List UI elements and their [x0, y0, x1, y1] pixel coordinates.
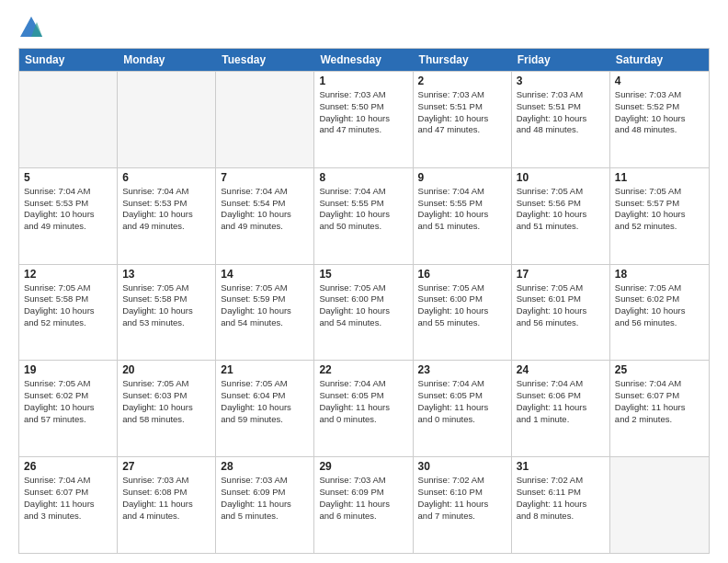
cell-info: Sunrise: 7:03 AM Sunset: 5:52 PM Dayligh… — [615, 89, 704, 136]
day-number: 20 — [122, 363, 210, 376]
calendar-cell: 3Sunrise: 7:03 AM Sunset: 5:51 PM Daylig… — [512, 72, 610, 167]
cell-info: Sunrise: 7:03 AM Sunset: 6:09 PM Dayligh… — [319, 475, 407, 522]
day-number: 28 — [221, 460, 309, 473]
cell-info: Sunrise: 7:05 AM Sunset: 5:58 PM Dayligh… — [122, 282, 210, 329]
header — [18, 15, 710, 40]
day-number: 1 — [319, 75, 407, 87]
cell-info: Sunrise: 7:03 AM Sunset: 6:09 PM Dayligh… — [221, 475, 309, 522]
day-number: 30 — [418, 460, 506, 473]
cell-info: Sunrise: 7:05 AM Sunset: 6:02 PM Dayligh… — [615, 282, 704, 329]
day-number: 2 — [418, 75, 506, 87]
day-number: 27 — [122, 460, 210, 473]
calendar-cell: 10Sunrise: 7:05 AM Sunset: 5:56 PM Dayli… — [512, 168, 610, 264]
day-number: 4 — [615, 75, 704, 87]
day-number: 24 — [517, 363, 605, 376]
day-number: 21 — [221, 363, 309, 376]
cell-info: Sunrise: 7:05 AM Sunset: 6:00 PM Dayligh… — [418, 282, 506, 329]
calendar-cell — [610, 457, 709, 553]
calendar-cell: 5Sunrise: 7:04 AM Sunset: 5:53 PM Daylig… — [19, 168, 118, 264]
cell-info: Sunrise: 7:04 AM Sunset: 5:53 PM Dayligh… — [24, 186, 112, 233]
day-number: 22 — [319, 363, 407, 376]
calendar-cell: 22Sunrise: 7:04 AM Sunset: 6:05 PM Dayli… — [314, 361, 413, 456]
header-day-sunday: Sunday — [19, 49, 118, 71]
cell-info: Sunrise: 7:04 AM Sunset: 6:07 PM Dayligh… — [24, 475, 112, 522]
cell-info: Sunrise: 7:05 AM Sunset: 6:03 PM Dayligh… — [122, 378, 210, 425]
day-number: 15 — [319, 268, 407, 281]
calendar-body: 1Sunrise: 7:03 AM Sunset: 5:50 PM Daylig… — [19, 71, 709, 553]
cell-info: Sunrise: 7:04 AM Sunset: 6:05 PM Dayligh… — [319, 378, 407, 425]
calendar-cell: 7Sunrise: 7:04 AM Sunset: 5:54 PM Daylig… — [216, 168, 314, 264]
day-number: 9 — [418, 171, 506, 184]
calendar-cell: 13Sunrise: 7:05 AM Sunset: 5:58 PM Dayli… — [118, 265, 216, 361]
day-number: 29 — [319, 460, 407, 473]
calendar-cell: 18Sunrise: 7:05 AM Sunset: 6:02 PM Dayli… — [610, 265, 709, 361]
day-number: 16 — [418, 268, 506, 281]
calendar-cell: 14Sunrise: 7:05 AM Sunset: 5:59 PM Dayli… — [216, 265, 314, 361]
calendar-row-4: 19Sunrise: 7:05 AM Sunset: 6:02 PM Dayli… — [19, 360, 709, 456]
calendar-cell: 2Sunrise: 7:03 AM Sunset: 5:51 PM Daylig… — [414, 72, 512, 167]
cell-info: Sunrise: 7:05 AM Sunset: 5:56 PM Dayligh… — [517, 186, 605, 233]
calendar-row-2: 5Sunrise: 7:04 AM Sunset: 5:53 PM Daylig… — [19, 167, 709, 264]
cell-info: Sunrise: 7:03 AM Sunset: 6:08 PM Dayligh… — [122, 475, 210, 522]
calendar-cell: 1Sunrise: 7:03 AM Sunset: 5:50 PM Daylig… — [314, 72, 413, 167]
cell-info: Sunrise: 7:04 AM Sunset: 5:55 PM Dayligh… — [319, 186, 407, 233]
calendar-cell: 31Sunrise: 7:02 AM Sunset: 6:11 PM Dayli… — [512, 457, 610, 553]
header-day-friday: Friday — [512, 49, 610, 71]
day-number: 3 — [517, 75, 605, 87]
day-number: 7 — [221, 171, 309, 184]
cell-info: Sunrise: 7:03 AM Sunset: 5:50 PM Dayligh… — [319, 89, 407, 136]
day-number: 17 — [517, 268, 605, 281]
day-number: 26 — [24, 460, 112, 473]
calendar-cell — [216, 72, 314, 167]
cell-info: Sunrise: 7:04 AM Sunset: 5:53 PM Dayligh… — [122, 186, 210, 233]
calendar-cell: 30Sunrise: 7:02 AM Sunset: 6:10 PM Dayli… — [414, 457, 512, 553]
cell-info: Sunrise: 7:04 AM Sunset: 5:55 PM Dayligh… — [418, 186, 506, 233]
calendar: SundayMondayTuesdayWednesdayThursdayFrid… — [18, 48, 710, 554]
cell-info: Sunrise: 7:05 AM Sunset: 5:57 PM Dayligh… — [615, 186, 704, 233]
day-number: 12 — [24, 268, 112, 281]
calendar-cell: 20Sunrise: 7:05 AM Sunset: 6:03 PM Dayli… — [118, 361, 216, 456]
day-number: 11 — [615, 171, 704, 184]
day-number: 31 — [517, 460, 605, 473]
calendar-cell: 8Sunrise: 7:04 AM Sunset: 5:55 PM Daylig… — [314, 168, 413, 264]
calendar-cell: 27Sunrise: 7:03 AM Sunset: 6:08 PM Dayli… — [118, 457, 216, 553]
cell-info: Sunrise: 7:05 AM Sunset: 6:02 PM Dayligh… — [24, 378, 112, 425]
day-number: 6 — [122, 171, 210, 184]
page: SundayMondayTuesdayWednesdayThursdayFrid… — [0, 0, 728, 563]
calendar-cell: 25Sunrise: 7:04 AM Sunset: 6:07 PM Dayli… — [610, 361, 709, 456]
header-day-tuesday: Tuesday — [216, 49, 314, 71]
day-number: 23 — [418, 363, 506, 376]
logo — [18, 15, 48, 40]
day-number: 5 — [24, 171, 112, 184]
calendar-cell: 16Sunrise: 7:05 AM Sunset: 6:00 PM Dayli… — [414, 265, 512, 361]
calendar-cell: 12Sunrise: 7:05 AM Sunset: 5:58 PM Dayli… — [19, 265, 118, 361]
calendar-cell: 23Sunrise: 7:04 AM Sunset: 6:05 PM Dayli… — [414, 361, 512, 456]
cell-info: Sunrise: 7:03 AM Sunset: 5:51 PM Dayligh… — [418, 89, 506, 136]
calendar-cell: 6Sunrise: 7:04 AM Sunset: 5:53 PM Daylig… — [118, 168, 216, 264]
cell-info: Sunrise: 7:04 AM Sunset: 6:05 PM Dayligh… — [418, 378, 506, 425]
cell-info: Sunrise: 7:05 AM Sunset: 6:04 PM Dayligh… — [221, 378, 309, 425]
cell-info: Sunrise: 7:05 AM Sunset: 5:58 PM Dayligh… — [24, 282, 112, 329]
calendar-cell: 28Sunrise: 7:03 AM Sunset: 6:09 PM Dayli… — [216, 457, 314, 553]
header-day-monday: Monday — [118, 49, 216, 71]
calendar-cell: 9Sunrise: 7:04 AM Sunset: 5:55 PM Daylig… — [414, 168, 512, 264]
day-number: 8 — [319, 171, 407, 184]
day-number: 10 — [517, 171, 605, 184]
calendar-row-3: 12Sunrise: 7:05 AM Sunset: 5:58 PM Dayli… — [19, 264, 709, 361]
day-number: 19 — [24, 363, 112, 376]
calendar-cell: 15Sunrise: 7:05 AM Sunset: 6:00 PM Dayli… — [314, 265, 413, 361]
cell-info: Sunrise: 7:04 AM Sunset: 5:54 PM Dayligh… — [221, 186, 309, 233]
calendar-cell: 11Sunrise: 7:05 AM Sunset: 5:57 PM Dayli… — [610, 168, 709, 264]
logo-icon — [18, 15, 44, 40]
calendar-cell — [118, 72, 216, 167]
cell-info: Sunrise: 7:04 AM Sunset: 6:06 PM Dayligh… — [517, 378, 605, 425]
cell-info: Sunrise: 7:05 AM Sunset: 5:59 PM Dayligh… — [221, 282, 309, 329]
cell-info: Sunrise: 7:05 AM Sunset: 6:00 PM Dayligh… — [319, 282, 407, 329]
cell-info: Sunrise: 7:03 AM Sunset: 5:51 PM Dayligh… — [517, 89, 605, 136]
calendar-cell: 29Sunrise: 7:03 AM Sunset: 6:09 PM Dayli… — [314, 457, 413, 553]
calendar-row-5: 26Sunrise: 7:04 AM Sunset: 6:07 PM Dayli… — [19, 456, 709, 553]
calendar-cell: 24Sunrise: 7:04 AM Sunset: 6:06 PM Dayli… — [512, 361, 610, 456]
header-day-wednesday: Wednesday — [314, 49, 413, 71]
calendar-cell: 4Sunrise: 7:03 AM Sunset: 5:52 PM Daylig… — [610, 72, 709, 167]
day-number: 14 — [221, 268, 309, 281]
